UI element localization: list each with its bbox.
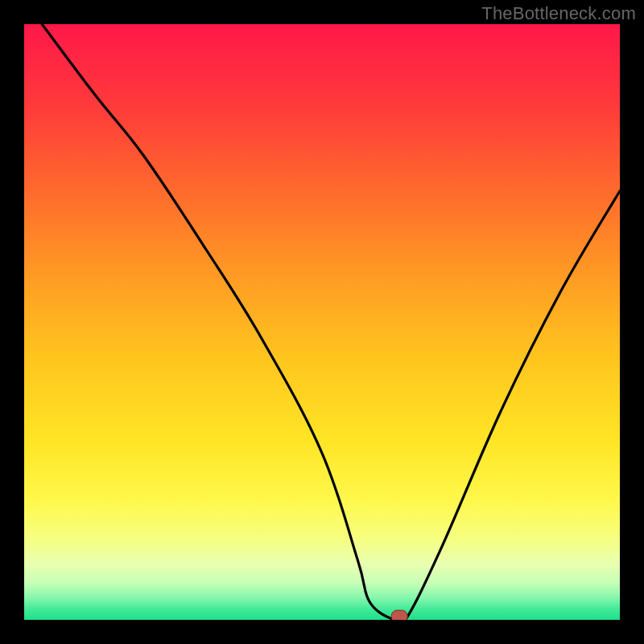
plot-area bbox=[24, 24, 620, 620]
chart-frame: { "watermark": "TheBottleneck.com", "col… bbox=[0, 0, 644, 644]
optimal-point-marker bbox=[391, 610, 407, 622]
bottleneck-chart bbox=[0, 0, 644, 644]
